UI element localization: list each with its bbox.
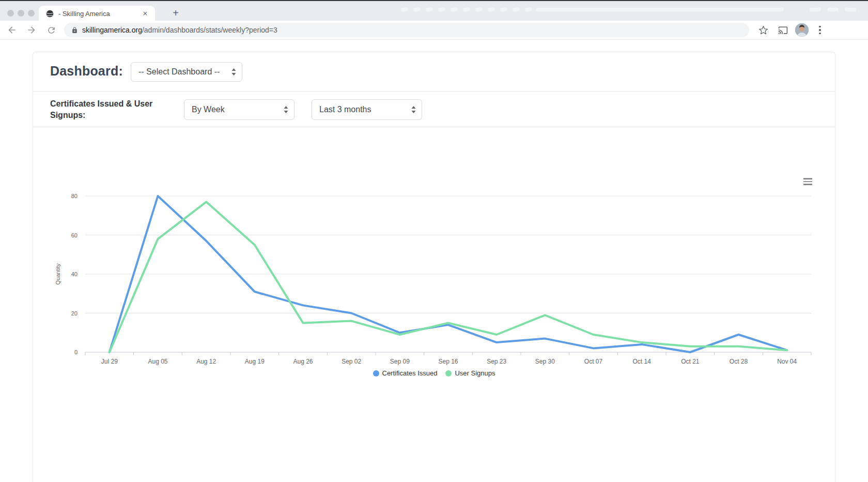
- select-caret-icon: [231, 68, 236, 76]
- select-caret-icon: [411, 106, 416, 113]
- chart-filter-row: Certificates Issued & User Signups: By W…: [33, 91, 835, 127]
- kebab-menu-icon: [819, 26, 821, 35]
- y-tick-label: 0: [74, 349, 78, 355]
- y-tick-label: 80: [71, 193, 78, 199]
- browser-menu-button[interactable]: [812, 23, 828, 37]
- forward-button[interactable]: [24, 23, 39, 37]
- chart-menu-button[interactable]: [803, 178, 812, 185]
- chart-line-user-signups: [110, 202, 787, 352]
- dashboard-select-row: Dashboard: -- Select Dashboard --: [33, 52, 835, 91]
- x-tick-label: Sep 30: [535, 358, 555, 365]
- forward-icon: [26, 25, 37, 35]
- interval-select[interactable]: By Week: [184, 99, 295, 120]
- avatar: [795, 23, 809, 37]
- dashboard-select[interactable]: -- Select Dashboard --: [131, 62, 242, 82]
- chart-legend: Certificates Issued User Signups: [0, 369, 868, 377]
- lock-icon: [71, 27, 78, 34]
- url-domain: skillingamerica.org: [82, 26, 142, 34]
- chart-svg: 020406080QuantityJul 29Aug 05Aug 12Aug 1…: [0, 167, 868, 389]
- legend-dot: [445, 370, 452, 376]
- period-select[interactable]: Last 3 months: [312, 99, 422, 120]
- x-tick-label: Nov 04: [777, 358, 797, 365]
- legend-item-signups[interactable]: User Signups: [445, 369, 495, 377]
- chart-section-label: Certificates Issued & User Signups:: [50, 98, 159, 120]
- x-tick-label: Oct 07: [584, 358, 603, 365]
- x-tick-label: Aug 26: [293, 358, 313, 365]
- tab-strip-placeholder-pills: [0, 8, 868, 12]
- x-tick-label: Sep 23: [487, 358, 506, 365]
- page-title: Dashboard:: [50, 64, 123, 79]
- y-axis-title: Quantity: [55, 263, 61, 284]
- back-button[interactable]: [4, 23, 20, 37]
- x-tick-label: Jul 29: [101, 358, 118, 365]
- x-tick-label: Oct 14: [632, 358, 651, 365]
- browser-tab-strip: - Skilling America × +: [0, 0, 868, 21]
- url-path: /admin/dashboards/stats/weekly?period=3: [142, 26, 277, 34]
- legend-label: User Signups: [455, 369, 495, 377]
- y-tick-label: 40: [71, 271, 78, 277]
- back-icon: [7, 25, 17, 35]
- legend-label: Certificates Issued: [382, 369, 438, 377]
- url-bar[interactable]: skillingamerica.org/admin/dashboards/sta…: [64, 23, 749, 37]
- select-caret-icon: [284, 106, 288, 113]
- page-content: Dashboard: -- Select Dashboard -- Certif…: [0, 40, 868, 482]
- x-tick-label: Sep 16: [438, 358, 458, 365]
- bookmark-star-icon: [758, 25, 768, 35]
- x-tick-label: Aug 19: [245, 358, 265, 365]
- reload-icon: [47, 25, 56, 35]
- x-tick-label: Sep 09: [390, 358, 410, 365]
- x-tick-label: Aug 12: [196, 358, 216, 365]
- x-tick-label: Oct 21: [681, 358, 700, 365]
- x-tick-label: Sep 02: [342, 358, 361, 365]
- bookmark-button[interactable]: [755, 23, 771, 37]
- y-tick-label: 60: [71, 232, 78, 238]
- url-text: skillingamerica.org/admin/dashboards/sta…: [82, 26, 277, 34]
- legend-dot: [373, 370, 379, 376]
- interval-select-value: By Week: [184, 105, 284, 114]
- cast-icon: [778, 25, 788, 35]
- line-chart: 020406080QuantityJul 29Aug 05Aug 12Aug 1…: [0, 167, 868, 389]
- cast-button[interactable]: [775, 23, 791, 37]
- legend-item-certificates[interactable]: Certificates Issued: [373, 369, 438, 377]
- browser-toolbar: skillingamerica.org/admin/dashboards/sta…: [0, 21, 868, 40]
- x-tick-label: Oct 28: [730, 358, 748, 365]
- toolbar-right: [755, 23, 828, 37]
- dashboard-select-value: -- Select Dashboard --: [131, 67, 231, 77]
- x-tick-label: Aug 05: [148, 358, 167, 365]
- reload-button[interactable]: [43, 23, 59, 37]
- y-tick-label: 20: [71, 310, 78, 317]
- profile-button[interactable]: [794, 23, 810, 37]
- hamburger-icon: [803, 178, 812, 179]
- period-select-value: Last 3 months: [312, 105, 411, 114]
